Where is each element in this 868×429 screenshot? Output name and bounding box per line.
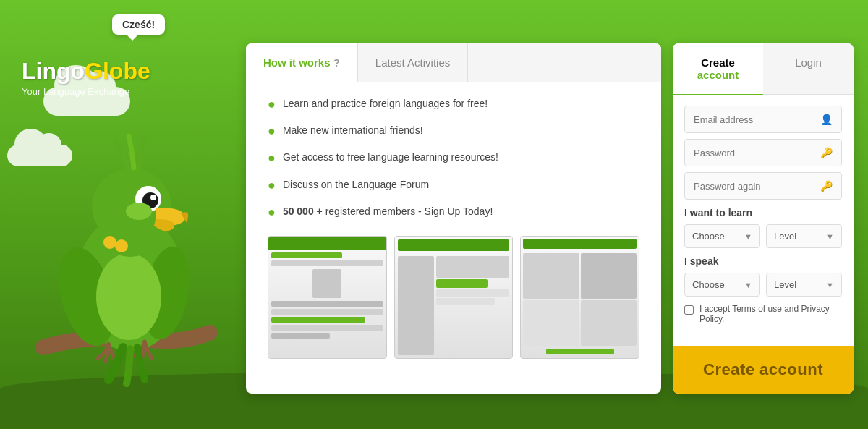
svg-point-8 (150, 195, 156, 200)
terms-row: I accept Terms of use and Privacy Policy… (684, 304, 842, 324)
chevron-down-icon: ▼ (826, 232, 834, 241)
bullet-icon: ● (268, 95, 276, 114)
logo-area: LingoGlobe Your Language Exchange (22, 58, 150, 97)
speak-level-select[interactable]: Level ▼ (766, 273, 842, 297)
list-item: ● Learn and practice foreign languages f… (268, 97, 639, 114)
screenshot-thumb-1 (268, 236, 387, 359)
feature-text: Get access to free language learning res… (283, 150, 498, 165)
tab-create-account[interactable]: Create account (673, 43, 763, 95)
chevron-down-icon: ▼ (744, 281, 752, 289)
speak-level-label: Level (774, 279, 796, 290)
email-input[interactable] (694, 114, 820, 125)
svg-point-9 (126, 203, 152, 220)
list-item: ● Get access to free language learning r… (268, 150, 639, 167)
screenshot-thumb-2 (394, 236, 514, 359)
terms-checkbox[interactable] (684, 305, 694, 315)
speak-section-label: I speak (684, 255, 842, 267)
speech-bubble: Cześć! (112, 14, 165, 35)
chevron-down-icon: ▼ (744, 232, 752, 241)
main-content: How it works ? Latest Activities ● Learn… (246, 43, 854, 394)
learn-select-row: Choose ▼ Level ▼ (684, 224, 842, 248)
speak-language-label: Choose (692, 279, 725, 290)
parrot-illustration (22, 101, 246, 405)
create-account-label: Create account (697, 56, 739, 81)
speech-text: Cześć! (122, 19, 155, 30)
create-account-button[interactable]: Create account (673, 346, 854, 394)
tab-login[interactable]: Login (763, 43, 854, 95)
bullet-icon: ● (268, 149, 276, 167)
screenshot-thumb-3 (520, 236, 639, 359)
svg-point-3 (96, 253, 161, 340)
lock-icon: 🔑 (820, 147, 833, 158)
lock-again-icon: 🔑 (820, 180, 833, 192)
list-item: ● Discuss on the Language Forum (268, 178, 639, 195)
bullet-icon: ● (268, 122, 276, 140)
speak-language-select[interactable]: Choose ▼ (684, 273, 760, 297)
list-item: ● 50 000 + registered members - Sign Up … (268, 205, 639, 221)
bullet-icon: ● (268, 203, 276, 221)
list-item: ● Make new international friends! (268, 124, 639, 140)
bullet-icon: ● (268, 177, 276, 195)
chevron-down-icon: ▼ (826, 281, 834, 289)
email-field-wrapper[interactable]: 👤 (684, 106, 842, 133)
feature-text: Discuss on the Language Forum (283, 178, 429, 192)
password-field-wrapper[interactable]: 🔑 (684, 139, 842, 166)
learn-language-select[interactable]: Choose ▼ (684, 224, 760, 248)
tab-how-it-works[interactable]: How it works ? (246, 43, 358, 82)
speak-select-row: Choose ▼ Level ▼ (684, 273, 842, 297)
logo: LingoGlobe (22, 58, 150, 85)
svg-point-10 (103, 236, 116, 249)
password-input[interactable] (694, 148, 820, 158)
tagline: Your Language Exchange (22, 86, 150, 97)
terms-text: I accept Terms of use and Privacy Policy… (699, 304, 842, 324)
tab-how-it-works-label: How it works (263, 56, 331, 69)
tab-latest-activities[interactable]: Latest Activities (358, 43, 468, 82)
left-panel: How it works ? Latest Activities ● Learn… (246, 43, 661, 394)
right-panel: Create account Login 👤 🔑 🔑 (673, 43, 854, 394)
learn-section-label: I want to learn (684, 207, 842, 218)
feature-list: ● Learn and practice foreign languages f… (268, 97, 639, 221)
parrot-svg (22, 101, 239, 391)
left-tabs: How it works ? Latest Activities (246, 43, 661, 82)
feature-text: 50 000 + registered members - Sign Up To… (283, 205, 493, 219)
password-again-input[interactable] (694, 181, 820, 192)
learn-level-select[interactable]: Level ▼ (766, 224, 842, 248)
auth-form: 👤 🔑 🔑 I want to learn Choose ▼ Lev (673, 95, 854, 334)
auth-tabs: Create account Login (673, 43, 854, 95)
user-icon: 👤 (820, 114, 833, 125)
screenshot-thumbnails (268, 236, 639, 359)
learn-language-label: Choose (692, 231, 725, 242)
learn-level-label: Level (774, 231, 796, 242)
svg-point-11 (115, 239, 128, 252)
feature-text: Learn and practice foreign languages for… (283, 97, 488, 111)
panel-content: ● Learn and practice foreign languages f… (246, 82, 661, 373)
feature-text: Make new international friends! (283, 124, 423, 138)
password-again-field-wrapper[interactable]: 🔑 (684, 172, 842, 200)
tab-latest-activities-label: Latest Activities (375, 56, 450, 69)
login-label: Login (795, 56, 822, 69)
